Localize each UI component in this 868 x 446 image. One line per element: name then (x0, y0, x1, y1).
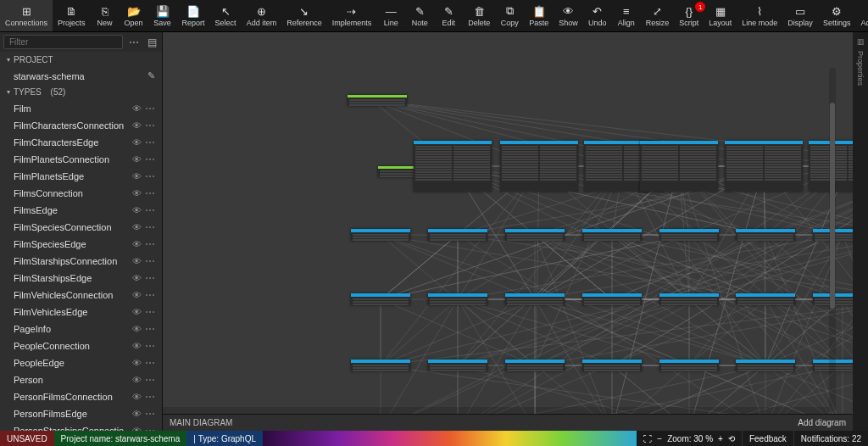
graph-node[interactable] (659, 229, 719, 241)
project-section-header[interactable]: ▾ PROJECT (0, 52, 162, 68)
item-menu-icon[interactable]: ⋯ (145, 323, 155, 335)
fit-icon[interactable]: ⛶ (643, 434, 652, 443)
diagram-tab[interactable]: MAIN DIAGRAM (170, 418, 232, 427)
report-button[interactable]: 📄Report (177, 0, 210, 31)
script-button[interactable]: {}Script (674, 0, 704, 31)
add-item-tool[interactable]: ⊕Add item (242, 0, 282, 31)
graph-node[interactable] (582, 229, 642, 241)
projects-button[interactable]: 🗎Projects (53, 0, 91, 31)
type-item[interactable]: Person👁⋯ (0, 371, 162, 388)
graph-node[interactable] (351, 293, 410, 305)
notifications-button[interactable]: Notifications: 22 (794, 431, 868, 446)
type-item[interactable]: Film👁⋯ (0, 100, 162, 117)
item-menu-icon[interactable]: ⋯ (145, 408, 155, 420)
type-item[interactable]: FilmStarshipsEdge👁⋯ (0, 270, 162, 287)
visibility-icon[interactable]: 👁 (132, 358, 142, 368)
graph-node[interactable] (736, 229, 795, 241)
item-menu-icon[interactable]: ⋯ (145, 374, 155, 386)
edit-icon[interactable]: ✎ (147, 70, 155, 81)
item-menu-icon[interactable]: ⋯ (145, 153, 155, 165)
properties-rail[interactable]: ▥ Properties (853, 32, 868, 431)
visibility-icon[interactable]: 👁 (132, 256, 142, 266)
types-section-header[interactable]: ▾ TYPES (52) (0, 84, 162, 100)
type-item[interactable]: PersonStarshipsConnectio👁⋯ (0, 422, 162, 431)
undo-button[interactable]: ↶Undo (583, 0, 612, 31)
type-item[interactable]: FilmVehiclesEdge👁⋯ (0, 304, 162, 321)
connections-button[interactable]: ⊞Connections (0, 0, 53, 31)
zoom-controls[interactable]: ⛶ − Zoom: 30 % + ⟲ (637, 431, 742, 446)
graph-node[interactable] (582, 360, 642, 371)
graph-node[interactable] (659, 293, 719, 305)
graph-node[interactable] (725, 141, 803, 192)
item-menu-icon[interactable]: ⋯ (145, 204, 155, 216)
graph-node[interactable] (500, 141, 578, 192)
graph-node[interactable] (351, 229, 410, 241)
item-menu-icon[interactable]: ⋯ (145, 306, 155, 318)
visibility-icon[interactable]: 👁 (132, 120, 142, 131)
copy-button[interactable]: ⧉Copy (495, 0, 524, 31)
horizontal-scrollbar[interactable] (163, 407, 829, 414)
type-item[interactable]: FilmsEdge👁⋯ (0, 202, 162, 219)
type-item[interactable]: FilmCharactersConnection👁⋯ (0, 117, 162, 134)
item-menu-icon[interactable]: ⋯ (145, 272, 155, 284)
paste-button[interactable]: 📋Paste (524, 0, 554, 31)
graph-node[interactable] (505, 293, 565, 305)
zoom-in-icon[interactable]: + (718, 434, 723, 443)
visibility-icon[interactable]: 👁 (132, 239, 142, 249)
line-mode-button[interactable]: ⌇Line mode (737, 0, 782, 31)
show-button[interactable]: 👁Show (554, 0, 583, 31)
save-button[interactable]: 💾Save (148, 0, 177, 31)
display-button[interactable]: ▭Display (782, 0, 818, 31)
filter-menu-icon[interactable]: ⋯ (126, 36, 142, 48)
type-item[interactable]: PeopleConnection👁⋯ (0, 337, 162, 354)
graph-node[interactable] (736, 360, 795, 371)
visibility-icon[interactable]: 👁 (132, 409, 142, 419)
item-menu-icon[interactable]: ⋯ (145, 187, 155, 199)
zoom-reset-icon[interactable]: ⟲ (728, 434, 735, 443)
resize-button[interactable]: ⤢Resize (641, 0, 675, 31)
feedback-button[interactable]: Feedback (743, 431, 793, 446)
type-item[interactable]: FilmStarshipsConnection👁⋯ (0, 253, 162, 270)
visibility-icon[interactable]: 👁 (132, 188, 142, 198)
graph-node[interactable] (414, 141, 492, 192)
visibility-icon[interactable]: 👁 (132, 137, 142, 148)
visibility-icon[interactable]: 👁 (132, 324, 142, 334)
item-menu-icon[interactable]: ⋯ (145, 221, 155, 233)
filter-view-icon[interactable]: ▤ (145, 36, 159, 48)
type-item[interactable]: PersonFilmsConnection👁⋯ (0, 388, 162, 405)
item-menu-icon[interactable]: ⋯ (145, 391, 155, 403)
type-item[interactable]: FilmCharactersEdge👁⋯ (0, 134, 162, 151)
type-item[interactable]: FilmsConnection👁⋯ (0, 185, 162, 202)
item-menu-icon[interactable]: ⋯ (145, 103, 155, 114)
open-button[interactable]: 📂Open (120, 0, 148, 31)
project-name-item[interactable]: starwars-schema ✎ (0, 68, 162, 84)
diagram-canvas[interactable]: MAIN DIAGRAM Add diagram (163, 32, 853, 431)
graph-node[interactable] (348, 95, 407, 106)
edit-button[interactable]: ✎Edit (434, 0, 463, 31)
visibility-icon[interactable]: 👁 (132, 375, 142, 385)
visibility-icon[interactable]: 👁 (132, 171, 142, 181)
zoom-out-icon[interactable]: − (657, 434, 662, 443)
filter-input[interactable] (3, 35, 123, 49)
type-item[interactable]: PeopleEdge👁⋯ (0, 354, 162, 371)
type-item[interactable]: FilmPlanetsEdge👁⋯ (0, 168, 162, 185)
implements-tool[interactable]: ⇢Implements (327, 0, 377, 31)
graph-node[interactable] (505, 229, 565, 241)
item-menu-icon[interactable]: ⋯ (145, 170, 155, 182)
graph-node[interactable] (659, 360, 719, 371)
graph-node[interactable] (640, 141, 718, 192)
vertical-scrollbar[interactable] (829, 68, 836, 412)
type-item[interactable]: FilmPlanetsConnection👁⋯ (0, 151, 162, 168)
layout-button[interactable]: ▦Layout (704, 0, 737, 31)
visibility-icon[interactable]: 👁 (132, 222, 142, 232)
visibility-icon[interactable]: 👁 (132, 290, 142, 300)
reference-tool[interactable]: ↘Reference (281, 0, 327, 31)
item-menu-icon[interactable]: ⋯ (145, 238, 155, 250)
type-item[interactable]: PageInfo👁⋯ (0, 321, 162, 337)
item-menu-icon[interactable]: ⋯ (145, 255, 155, 267)
visibility-icon[interactable]: 👁 (132, 273, 142, 283)
new-button[interactable]: ⎘New (91, 0, 120, 31)
graph-node[interactable] (428, 293, 487, 305)
graph-node[interactable] (428, 229, 487, 241)
line-tool[interactable]: ―Line (376, 0, 405, 31)
